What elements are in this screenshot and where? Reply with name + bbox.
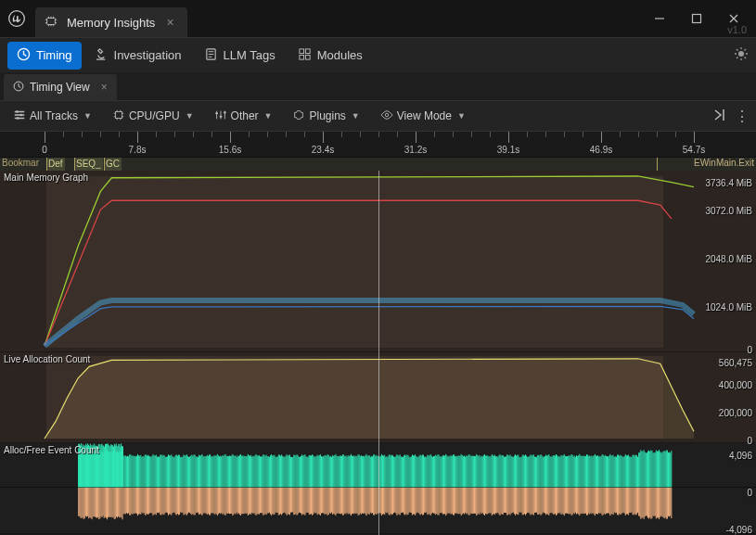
svg-rect-279 [333, 488, 334, 514]
svg-rect-918 [391, 455, 392, 488]
svg-rect-686 [155, 455, 156, 487]
svg-rect-978 [453, 454, 454, 487]
svg-rect-685 [154, 455, 155, 487]
svg-rect-230 [283, 488, 284, 514]
track-main-memory[interactable]: Main Memory Graph 3736.4 MiB3072.0 MiB20… [0, 171, 756, 352]
bookmark-item[interactable]: SEQ_ [74, 158, 103, 171]
svg-rect-1171 [649, 452, 650, 488]
svg-rect-540 [599, 488, 600, 514]
svg-rect-91 [141, 488, 142, 513]
svg-rect-902 [375, 456, 376, 488]
collapse-right-icon[interactable] [712, 108, 727, 125]
filter-plugins[interactable]: Plugins▼ [287, 105, 365, 128]
bookmark-item[interactable]: Def [46, 158, 65, 171]
svg-rect-1159 [637, 457, 638, 488]
svg-rect-415 [472, 488, 473, 514]
svg-rect-598 [659, 488, 660, 520]
svg-rect-825 [297, 454, 298, 487]
svg-rect-89 [139, 488, 140, 515]
svg-rect-273 [327, 488, 328, 516]
svg-rect-1038 [514, 455, 515, 487]
svg-rect-224 [277, 488, 278, 513]
tab-llm-tags-label: LLM Tags [224, 48, 275, 62]
tab-llm-tags[interactable]: LLM Tags [195, 42, 285, 70]
bookmark-track[interactable]: Bookmar Def SEQ_ GC EWinMain.Exit [0, 158, 756, 171]
filter-other[interactable]: Other▼ [209, 105, 278, 128]
app-tab-close-icon[interactable]: × [162, 15, 177, 30]
svg-rect-276 [330, 488, 331, 514]
svg-rect-1243 [120, 447, 121, 488]
svg-rect-952 [426, 457, 427, 488]
sliders-icon [214, 108, 227, 124]
svg-rect-1065 [542, 455, 543, 487]
svg-rect-596 [657, 488, 658, 518]
svg-rect-404 [461, 488, 462, 516]
tab-timing-view[interactable]: Timing View × [4, 74, 117, 100]
svg-rect-903 [376, 455, 377, 488]
svg-rect-744 [214, 455, 215, 487]
svg-rect-835 [307, 457, 308, 488]
svg-rect-464 [522, 488, 523, 516]
svg-rect-354 [410, 488, 411, 513]
svg-rect-247 [301, 488, 301, 514]
more-menu-icon[interactable]: ⋮ [735, 108, 749, 125]
track-alloc-free[interactable]: Alloc/Free Event Count 4,0960-4,096 [0, 443, 756, 534]
tab-timing[interactable]: Timing [7, 42, 82, 70]
filter-cpu-gpu[interactable]: CPU/GPU▼ [107, 105, 199, 128]
svg-rect-834 [306, 456, 307, 487]
svg-rect-446 [504, 488, 505, 513]
svg-rect-791 [262, 456, 263, 487]
y-tick-label: 0 [747, 436, 752, 446]
svg-rect-594 [655, 488, 656, 516]
app-tab[interactable]: Memory Insights × [35, 7, 187, 37]
svg-rect-1142 [620, 455, 621, 488]
theme-toggle-icon[interactable] [734, 46, 749, 64]
svg-rect-930 [404, 455, 404, 488]
svg-rect-1222 [102, 446, 103, 488]
svg-rect-208 [261, 488, 262, 514]
svg-rect-389 [445, 488, 446, 516]
svg-rect-1162 [640, 450, 641, 487]
svg-rect-286 [340, 488, 341, 515]
svg-rect-580 [640, 488, 641, 519]
svg-rect-1082 [558, 456, 559, 488]
svg-rect-527 [586, 488, 587, 516]
svg-rect-211 [263, 488, 264, 516]
svg-rect-369 [425, 488, 426, 514]
svg-point-27 [385, 113, 389, 117]
svg-rect-680 [148, 456, 149, 488]
svg-rect-862 [334, 455, 335, 488]
bookmark-item[interactable]: GC [104, 158, 122, 171]
svg-rect-76 [126, 488, 127, 514]
svg-rect-986 [461, 454, 462, 488]
svg-rect-1035 [511, 456, 512, 488]
maximize-button[interactable] [678, 5, 715, 32]
svg-rect-1154 [633, 455, 634, 488]
svg-rect-1191 [670, 452, 671, 487]
svg-rect-554 [614, 488, 615, 513]
svg-rect-841 [313, 455, 314, 488]
minimize-button[interactable] [641, 5, 678, 32]
svg-rect-105 [156, 488, 157, 516]
svg-rect-113 [164, 488, 165, 515]
svg-rect-1011 [486, 455, 487, 487]
filter-view-mode[interactable]: View Mode▼ [375, 105, 471, 128]
track-live-alloc[interactable]: Live Allocation Count 560,475400,000200,… [0, 352, 756, 443]
filter-label: Plugins [309, 109, 345, 122]
svg-point-20 [16, 110, 19, 113]
svg-rect-1001 [476, 454, 477, 488]
svg-rect-72 [122, 488, 123, 520]
tab-investigation[interactable]: Investigation [85, 42, 191, 70]
tab-modules[interactable]: Modules [288, 42, 372, 70]
svg-rect-891 [364, 456, 365, 487]
svg-rect-760 [230, 456, 231, 488]
filter-all-tracks[interactable]: All Tracks▼ [7, 105, 97, 128]
time-ruler[interactable]: 07.8s15.6s23.4s31.2s39.1s46.9s54.7s [0, 132, 756, 158]
svg-rect-303 [358, 488, 359, 516]
subtab-close-icon[interactable]: × [101, 81, 108, 94]
svg-rect-485 [544, 488, 545, 514]
svg-rect-818 [289, 454, 290, 487]
bookmark-item-right[interactable]: EWinMain.Exit [694, 158, 754, 168]
svg-rect-188 [240, 488, 241, 516]
svg-rect-831 [302, 455, 303, 487]
